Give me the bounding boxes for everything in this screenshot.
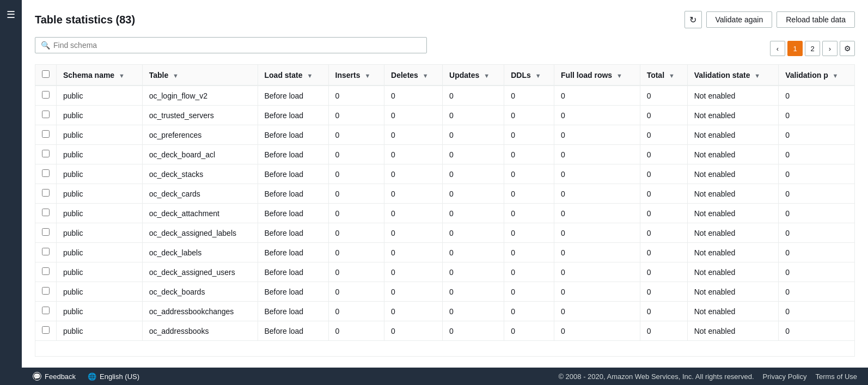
reload-table-data-button[interactable]: Reload table data — [777, 11, 855, 28]
footer-right: © 2008 - 2020, Amazon Web Services, Inc.… — [558, 372, 857, 381]
cell-updates: 0 — [443, 85, 504, 106]
cell-full-load-rows: 0 — [554, 184, 640, 204]
row-checkbox-cell — [35, 321, 57, 341]
cell-full-load-rows: 0 — [554, 125, 640, 145]
page-2-button[interactable]: 2 — [805, 41, 820, 56]
footer-left: 💬 Feedback 🌐 English (US) — [33, 372, 139, 381]
cell-inserts: 0 — [328, 262, 384, 282]
refresh-button[interactable]: ↻ — [684, 11, 702, 28]
cell-total: 0 — [640, 321, 687, 341]
row-checkbox[interactable] — [42, 228, 50, 236]
cell-validation-p: 0 — [779, 262, 854, 282]
col-deletes[interactable]: Deletes ▼ — [384, 65, 443, 85]
copyright-text: © 2008 - 2020, Amazon Web Services, Inc.… — [558, 372, 754, 381]
select-all-checkbox[interactable] — [42, 70, 50, 78]
row-checkbox[interactable] — [42, 326, 50, 334]
table-row: publicoc_deck_stacksBefore load000000Not… — [35, 164, 854, 184]
cell-full-load-rows: 0 — [554, 262, 640, 282]
col-inserts[interactable]: Inserts ▼ — [328, 65, 384, 85]
panel: Table statistics (83) ↻ Validate again R… — [22, 0, 868, 368]
row-checkbox-cell — [35, 184, 57, 204]
row-checkbox-cell — [35, 125, 57, 145]
col-validation-p[interactable]: Validation p ▼ — [779, 65, 854, 85]
row-checkbox[interactable] — [42, 189, 50, 197]
col-full-load-rows[interactable]: Full load rows ▼ — [554, 65, 640, 85]
row-checkbox[interactable] — [42, 248, 50, 255]
cell-schema-name: public — [57, 85, 143, 106]
cell-load-state: Before load — [258, 106, 328, 125]
total-sort-icon: ▼ — [669, 72, 675, 79]
col-updates[interactable]: Updates ▼ — [443, 65, 504, 85]
cell-inserts: 0 — [328, 85, 384, 106]
cell-schema-name: public — [57, 204, 143, 223]
table-row: publicoc_login_flow_v2Before load000000N… — [35, 85, 854, 106]
cell-schema-name: public — [57, 223, 143, 243]
cell-updates: 0 — [443, 204, 504, 223]
search-input[interactable] — [53, 41, 421, 50]
load-state-sort-icon: ▼ — [307, 72, 313, 79]
terms-of-use-link[interactable]: Terms of Use — [815, 372, 857, 381]
cell-ddls: 0 — [504, 145, 554, 164]
cell-total: 0 — [640, 164, 687, 184]
cell-total: 0 — [640, 262, 687, 282]
hamburger-icon[interactable]: ☰ — [7, 9, 15, 21]
cell-full-load-rows: 0 — [554, 85, 640, 106]
cell-full-load-rows: 0 — [554, 164, 640, 184]
row-checkbox-cell — [35, 282, 57, 302]
search-icon: 🔍 — [41, 41, 50, 50]
col-table[interactable]: Table ▼ — [142, 65, 258, 85]
cell-schema-name: public — [57, 145, 143, 164]
cell-deletes: 0 — [384, 321, 443, 341]
cell-full-load-rows: 0 — [554, 204, 640, 223]
cell-updates: 0 — [443, 321, 504, 341]
cell-ddls: 0 — [504, 321, 554, 341]
cell-total: 0 — [640, 106, 687, 125]
row-checkbox[interactable] — [42, 150, 50, 157]
row-checkbox[interactable] — [42, 307, 50, 314]
language-label[interactable]: English (US) — [100, 372, 139, 381]
row-checkbox[interactable] — [42, 169, 50, 177]
col-schema-name[interactable]: Schema name ▼ — [57, 65, 143, 85]
cell-full-load-rows: 0 — [554, 223, 640, 243]
cell-inserts: 0 — [328, 243, 384, 262]
row-checkbox-cell — [35, 204, 57, 223]
page-1-button[interactable]: 1 — [787, 41, 803, 56]
cell-updates: 0 — [443, 223, 504, 243]
row-checkbox[interactable] — [42, 267, 50, 275]
cell-table: oc_addressbookchanges — [142, 302, 258, 321]
col-validation-state[interactable]: Validation state ▼ — [687, 65, 778, 85]
table-row: publicoc_deck_board_aclBefore load000000… — [35, 145, 854, 164]
cell-full-load-rows: 0 — [554, 282, 640, 302]
validate-again-button[interactable]: Validate again — [706, 11, 773, 28]
feedback-icon: 💬 — [33, 372, 41, 381]
table-sort-icon: ▼ — [173, 72, 179, 79]
cell-validation-state: Not enabled — [687, 302, 778, 321]
cell-load-state: Before load — [258, 85, 328, 106]
validation-p-sort-icon: ▼ — [833, 72, 839, 79]
footer: 💬 Feedback 🌐 English (US) © 2008 - 2020,… — [22, 368, 868, 385]
table-settings-button[interactable]: ⚙ — [840, 41, 855, 56]
row-checkbox[interactable] — [42, 209, 50, 216]
row-checkbox-cell — [35, 106, 57, 125]
page-title: Table statistics (83) — [35, 14, 135, 26]
privacy-policy-link[interactable]: Privacy Policy — [763, 372, 807, 381]
feedback-link[interactable]: Feedback — [45, 372, 76, 381]
next-page-button[interactable]: › — [822, 41, 838, 56]
cell-total: 0 — [640, 302, 687, 321]
row-checkbox[interactable] — [42, 287, 50, 295]
cell-full-load-rows: 0 — [554, 145, 640, 164]
main-content: Table statistics (83) ↻ Validate again R… — [22, 0, 868, 385]
cell-ddls: 0 — [504, 204, 554, 223]
row-checkbox[interactable] — [42, 130, 50, 138]
col-load-state[interactable]: Load state ▼ — [258, 65, 328, 85]
col-ddls[interactable]: DDLs ▼ — [504, 65, 554, 85]
row-checkbox[interactable] — [42, 91, 50, 99]
cell-schema-name: public — [57, 243, 143, 262]
cell-validation-p: 0 — [779, 223, 854, 243]
col-total[interactable]: Total ▼ — [640, 65, 687, 85]
row-checkbox[interactable] — [42, 111, 50, 118]
cell-inserts: 0 — [328, 282, 384, 302]
prev-page-button[interactable]: ‹ — [770, 41, 785, 56]
cell-ddls: 0 — [504, 106, 554, 125]
cell-load-state: Before load — [258, 282, 328, 302]
